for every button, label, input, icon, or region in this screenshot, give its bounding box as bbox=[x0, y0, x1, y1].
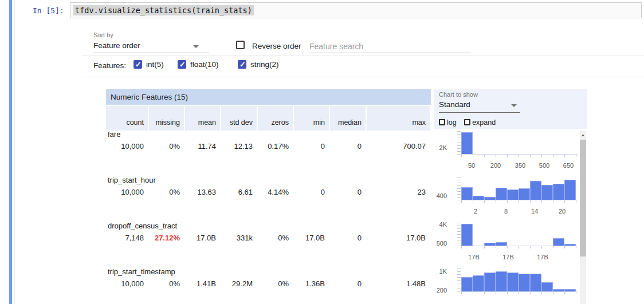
stat-max: 23 bbox=[367, 188, 430, 196]
sort-by-label: Sort by bbox=[93, 31, 113, 38]
stat-min: 1.36B bbox=[294, 279, 329, 288]
col-max: max bbox=[367, 106, 430, 131]
col-stddev: std dev bbox=[221, 106, 257, 131]
histogram-bars bbox=[461, 223, 576, 246]
stat-stddev: 12.13 bbox=[221, 142, 257, 151]
x-axis-tick-labels bbox=[461, 299, 576, 304]
stat-max: 700.07 bbox=[367, 142, 430, 151]
stat-median: 0 bbox=[330, 234, 366, 242]
histogram-trip-start-timestamp[interactable]: 1K200 bbox=[434, 267, 579, 304]
selected-cell-indicator bbox=[9, 0, 12, 304]
x-axis-ticks bbox=[461, 246, 576, 248]
x-axis-tick-labels: 17B17B17B bbox=[461, 254, 576, 262]
chart-type-select[interactable]: Standard bbox=[439, 100, 520, 113]
log-label: log bbox=[447, 119, 457, 127]
reverse-order-label[interactable]: Reverse order bbox=[252, 42, 301, 50]
reverse-order-checkbox[interactable] bbox=[236, 41, 245, 49]
histogram-bars bbox=[461, 177, 576, 200]
y-axis-labels: 2K bbox=[434, 131, 447, 154]
stat-median: 0 bbox=[330, 279, 366, 288]
float-label: float(10) bbox=[190, 60, 219, 69]
numeric-features-header: Numeric Features (15) bbox=[106, 89, 431, 105]
stat-zeros: 0% bbox=[258, 234, 293, 242]
string-label: string(2) bbox=[250, 60, 279, 69]
int-label: int(5) bbox=[146, 60, 164, 69]
stat-median: 0 bbox=[330, 142, 366, 151]
stat-mean: 11.74 bbox=[185, 142, 220, 151]
stat-stddev: 6.61 bbox=[221, 188, 257, 196]
feature-stats: 7,148 27.12% 17.0B 331k 0% 17.0B 0 17.0B bbox=[106, 234, 431, 242]
y-axis-labels: 4K500 bbox=[434, 223, 447, 246]
stat-count: 10,000 bbox=[106, 279, 148, 288]
chart-type-value: Standard bbox=[439, 100, 470, 109]
table-row: fare 10,000 0% 11.74 12.13 0.17% 0 0 700… bbox=[106, 130, 587, 176]
col-missing: missing bbox=[149, 106, 184, 131]
y-axis-labels: 400 bbox=[434, 177, 447, 200]
string-checkbox[interactable] bbox=[238, 60, 246, 69]
stat-mean: 13.63 bbox=[185, 188, 220, 196]
feature-stats: 10,000 0% 13.63 6.61 4.14% 0 0 23 bbox=[106, 188, 431, 196]
feature-stats: 10,000 0% 11.74 12.13 0.17% 0 0 700.07 bbox=[106, 142, 431, 151]
filter-string[interactable]: string(2) bbox=[238, 60, 279, 69]
stat-count: 7,148 bbox=[106, 234, 148, 242]
table-row: dropoff_census_tract 7,148 27.12% 17.0B … bbox=[106, 222, 587, 267]
log-checkbox[interactable] bbox=[439, 119, 445, 125]
stat-median: 0 bbox=[330, 188, 366, 196]
feature-stats: 10,000 0% 1.41B 29.2M 0% 1.36B 0 1.48B bbox=[106, 279, 431, 288]
stat-min: 0 bbox=[294, 188, 329, 196]
scroll-up-arrow-icon[interactable]: ▲ bbox=[580, 131, 586, 139]
stat-min: 17.0B bbox=[294, 234, 329, 242]
features-label: Features: bbox=[93, 61, 126, 70]
stat-min: 0 bbox=[294, 142, 329, 151]
chart-to-show-label: Chart to show bbox=[439, 91, 587, 98]
stat-missing-alert: 27.12% bbox=[149, 234, 184, 242]
chevron-down-icon bbox=[511, 104, 517, 107]
table-row: trip_start_timestamp 10,000 0% 1.41B 29.… bbox=[106, 267, 587, 304]
table-row: trip_start_hour 10,000 0% 13.63 6.61 4.1… bbox=[106, 176, 587, 222]
divider bbox=[82, 77, 644, 77]
filter-int[interactable]: int(5) bbox=[133, 60, 164, 69]
stat-count: 10,000 bbox=[106, 142, 148, 151]
col-mean: mean bbox=[185, 106, 220, 131]
stat-missing: 0% bbox=[149, 279, 184, 288]
code-input-area[interactable]: tfdv.visualize_statistics(train_stats) bbox=[70, 2, 642, 18]
histogram-bars bbox=[461, 131, 576, 154]
code-text[interactable]: tfdv.visualize_statistics(train_stats) bbox=[73, 5, 254, 15]
feature-name: fare bbox=[108, 130, 120, 139]
scrollbar-thumb[interactable] bbox=[580, 140, 586, 256]
feature-name: trip_start_timestamp bbox=[108, 267, 175, 276]
stat-mean: 17.0B bbox=[185, 234, 220, 242]
x-axis-ticks bbox=[461, 200, 576, 203]
x-axis-ticks bbox=[461, 155, 576, 157]
expand-checkbox[interactable] bbox=[464, 119, 470, 125]
x-axis-tick-labels: 281420 bbox=[461, 208, 576, 216]
x-axis-ticks bbox=[461, 292, 576, 294]
filter-float[interactable]: float(10) bbox=[178, 60, 219, 69]
cell-left-border bbox=[14, 0, 15, 304]
stat-zeros: 4.14% bbox=[258, 188, 293, 196]
y-axis-ruler bbox=[457, 223, 461, 246]
chevron-down-icon bbox=[193, 45, 199, 48]
stat-mean: 1.41B bbox=[185, 279, 220, 288]
float-checkbox[interactable] bbox=[178, 60, 186, 69]
histogram-dropoff-census-tract[interactable]: 4K500 17B17B17B bbox=[434, 222, 579, 267]
expand-option[interactable]: expand bbox=[464, 119, 496, 127]
column-headers: count missing mean std dev zeros min med… bbox=[106, 106, 431, 131]
log-option[interactable]: log bbox=[439, 119, 457, 127]
histogram-trip-start-hour[interactable]: 400 281420 bbox=[434, 176, 579, 222]
x-axis-tick-labels: 50200350500650 bbox=[461, 162, 576, 170]
chart-options: log expand bbox=[439, 119, 501, 127]
cell-prompt: In [5]: bbox=[33, 6, 64, 15]
y-axis-ruler bbox=[457, 131, 461, 154]
vertical-scrollbar[interactable]: ▲ bbox=[580, 131, 586, 304]
stat-max: 17.0B bbox=[367, 234, 430, 242]
int-checkbox[interactable] bbox=[133, 60, 142, 69]
chart-panel: Chart to show Standard log expand bbox=[434, 89, 587, 129]
y-axis-ruler bbox=[457, 177, 461, 200]
stat-stddev: 331k bbox=[221, 234, 257, 242]
sort-by-select[interactable]: Feature order bbox=[93, 41, 209, 53]
feature-search-input[interactable] bbox=[309, 40, 471, 53]
histogram-fare[interactable]: 2K 50200350500650 bbox=[434, 130, 579, 176]
stat-zeros: 0% bbox=[258, 279, 293, 288]
stat-missing: 0% bbox=[149, 142, 184, 151]
